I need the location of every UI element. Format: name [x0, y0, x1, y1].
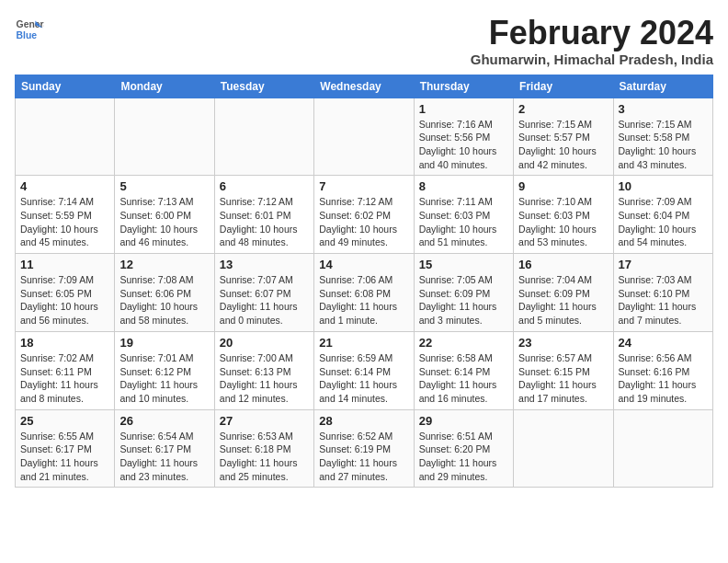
- calendar-cell: 5Sunrise: 7:13 AM Sunset: 6:00 PM Daylig…: [115, 176, 214, 254]
- day-number: 2: [518, 102, 608, 116]
- calendar-table: SundayMondayTuesdayWednesdayThursdayFrid…: [15, 75, 713, 488]
- day-number: 12: [119, 258, 209, 271]
- weekday-header-wednesday: Wednesday: [314, 75, 414, 98]
- day-info: Sunrise: 6:59 AM Sunset: 6:14 PM Dayligh…: [319, 351, 408, 406]
- calendar-cell: 12Sunrise: 7:08 AM Sunset: 6:06 PM Dayli…: [115, 254, 214, 332]
- day-info: Sunrise: 7:00 AM Sunset: 6:13 PM Dayligh…: [220, 351, 309, 406]
- day-info: Sunrise: 7:12 AM Sunset: 6:01 PM Dayligh…: [220, 195, 309, 249]
- day-number: 26: [119, 414, 209, 428]
- day-number: 25: [20, 414, 109, 428]
- day-number: 28: [319, 414, 408, 428]
- title-block: February 2024 Ghumarwin, Himachal Prades…: [471, 15, 713, 67]
- day-info: Sunrise: 7:12 AM Sunset: 6:02 PM Dayligh…: [319, 195, 408, 249]
- calendar-cell: 2Sunrise: 7:15 AM Sunset: 5:57 PM Daylig…: [514, 98, 613, 176]
- calendar-cell: 11Sunrise: 7:09 AM Sunset: 6:05 PM Dayli…: [16, 254, 115, 332]
- day-number: 22: [419, 336, 508, 350]
- day-number: 14: [319, 258, 408, 271]
- day-info: Sunrise: 6:58 AM Sunset: 6:14 PM Dayligh…: [419, 351, 508, 406]
- day-number: 9: [518, 179, 608, 193]
- calendar-cell: 28Sunrise: 6:52 AM Sunset: 6:19 PM Dayli…: [314, 409, 414, 488]
- calendar-cell: 26Sunrise: 6:54 AM Sunset: 6:17 PM Dayli…: [115, 409, 214, 488]
- week-row-5: 25Sunrise: 6:55 AM Sunset: 6:17 PM Dayli…: [16, 409, 713, 488]
- calendar-cell: [613, 409, 712, 488]
- calendar-cell: 9Sunrise: 7:10 AM Sunset: 6:03 PM Daylig…: [514, 176, 613, 254]
- day-info: Sunrise: 6:56 AM Sunset: 6:16 PM Dayligh…: [619, 351, 708, 406]
- day-info: Sunrise: 7:15 AM Sunset: 5:58 PM Dayligh…: [619, 118, 708, 172]
- week-row-2: 4Sunrise: 7:14 AM Sunset: 5:59 PM Daylig…: [16, 176, 713, 254]
- day-info: Sunrise: 6:52 AM Sunset: 6:19 PM Dayligh…: [319, 430, 408, 484]
- calendar-cell: 1Sunrise: 7:16 AM Sunset: 5:56 PM Daylig…: [414, 98, 513, 176]
- calendar-cell: 16Sunrise: 7:04 AM Sunset: 6:09 PM Dayli…: [514, 254, 613, 332]
- weekday-header-saturday: Saturday: [613, 75, 712, 98]
- day-number: 1: [419, 102, 508, 116]
- calendar-cell: 20Sunrise: 7:00 AM Sunset: 6:13 PM Dayli…: [214, 331, 313, 409]
- calendar-cell: [16, 98, 115, 176]
- day-number: 7: [319, 179, 408, 193]
- calendar-cell: 19Sunrise: 7:01 AM Sunset: 6:12 PM Dayli…: [115, 331, 214, 409]
- day-number: 5: [119, 179, 209, 193]
- calendar-cell: 14Sunrise: 7:06 AM Sunset: 6:08 PM Dayli…: [314, 254, 414, 332]
- logo-icon: General Blue: [15, 15, 44, 44]
- day-number: 23: [518, 336, 608, 350]
- day-info: Sunrise: 7:02 AM Sunset: 6:11 PM Dayligh…: [20, 351, 109, 406]
- calendar-cell: 10Sunrise: 7:09 AM Sunset: 6:04 PM Dayli…: [613, 176, 712, 254]
- calendar-cell: 27Sunrise: 6:53 AM Sunset: 6:18 PM Dayli…: [214, 409, 313, 488]
- day-number: 10: [619, 179, 708, 193]
- calendar-cell: 22Sunrise: 6:58 AM Sunset: 6:14 PM Dayli…: [414, 331, 513, 409]
- day-number: 29: [419, 414, 508, 428]
- weekday-header-row: SundayMondayTuesdayWednesdayThursdayFrid…: [16, 75, 713, 98]
- weekday-header-sunday: Sunday: [16, 75, 115, 98]
- day-info: Sunrise: 7:14 AM Sunset: 5:59 PM Dayligh…: [20, 195, 109, 249]
- calendar-cell: [514, 409, 613, 488]
- day-info: Sunrise: 6:55 AM Sunset: 6:17 PM Dayligh…: [20, 430, 109, 484]
- day-number: 13: [220, 258, 309, 271]
- day-info: Sunrise: 7:09 AM Sunset: 6:05 PM Dayligh…: [20, 273, 109, 327]
- day-info: Sunrise: 7:10 AM Sunset: 6:03 PM Dayligh…: [518, 195, 608, 249]
- day-info: Sunrise: 7:09 AM Sunset: 6:04 PM Dayligh…: [619, 195, 708, 249]
- day-info: Sunrise: 6:57 AM Sunset: 6:15 PM Dayligh…: [518, 351, 608, 406]
- day-info: Sunrise: 7:04 AM Sunset: 6:09 PM Dayligh…: [518, 273, 608, 327]
- day-info: Sunrise: 7:07 AM Sunset: 6:07 PM Dayligh…: [220, 273, 309, 327]
- calendar-cell: 17Sunrise: 7:03 AM Sunset: 6:10 PM Dayli…: [613, 254, 712, 332]
- day-number: 27: [220, 414, 309, 428]
- calendar-cell: 23Sunrise: 6:57 AM Sunset: 6:15 PM Dayli…: [514, 331, 613, 409]
- calendar-cell: 3Sunrise: 7:15 AM Sunset: 5:58 PM Daylig…: [613, 98, 712, 176]
- day-number: 24: [619, 336, 708, 350]
- weekday-header-monday: Monday: [115, 75, 214, 98]
- day-number: 8: [419, 179, 508, 193]
- day-number: 16: [518, 258, 608, 271]
- calendar-cell: 7Sunrise: 7:12 AM Sunset: 6:02 PM Daylig…: [314, 176, 414, 254]
- day-number: 4: [20, 179, 109, 193]
- day-number: 11: [20, 258, 109, 271]
- calendar-cell: 29Sunrise: 6:51 AM Sunset: 6:20 PM Dayli…: [414, 409, 513, 488]
- day-number: 19: [119, 336, 209, 350]
- logo: General Blue: [15, 15, 44, 44]
- calendar-cell: [314, 98, 414, 176]
- day-info: Sunrise: 6:53 AM Sunset: 6:18 PM Dayligh…: [220, 430, 309, 484]
- week-row-4: 18Sunrise: 7:02 AM Sunset: 6:11 PM Dayli…: [16, 331, 713, 409]
- week-row-3: 11Sunrise: 7:09 AM Sunset: 6:05 PM Dayli…: [16, 254, 713, 332]
- day-info: Sunrise: 7:01 AM Sunset: 6:12 PM Dayligh…: [119, 351, 209, 406]
- day-info: Sunrise: 7:16 AM Sunset: 5:56 PM Dayligh…: [419, 118, 508, 172]
- month-year-title: February 2024: [471, 15, 713, 52]
- page-header: General Blue February 2024 Ghumarwin, Hi…: [15, 15, 713, 67]
- day-number: 20: [220, 336, 309, 350]
- day-info: Sunrise: 6:51 AM Sunset: 6:20 PM Dayligh…: [419, 430, 508, 484]
- day-info: Sunrise: 7:15 AM Sunset: 5:57 PM Dayligh…: [518, 118, 608, 172]
- calendar-cell: 18Sunrise: 7:02 AM Sunset: 6:11 PM Dayli…: [16, 331, 115, 409]
- day-info: Sunrise: 7:08 AM Sunset: 6:06 PM Dayligh…: [119, 273, 209, 327]
- calendar-cell: [115, 98, 214, 176]
- calendar-cell: 4Sunrise: 7:14 AM Sunset: 5:59 PM Daylig…: [16, 176, 115, 254]
- day-info: Sunrise: 7:06 AM Sunset: 6:08 PM Dayligh…: [319, 273, 408, 327]
- day-info: Sunrise: 7:05 AM Sunset: 6:09 PM Dayligh…: [419, 273, 508, 327]
- day-number: 6: [220, 179, 309, 193]
- calendar-cell: 25Sunrise: 6:55 AM Sunset: 6:17 PM Dayli…: [16, 409, 115, 488]
- location-subtitle: Ghumarwin, Himachal Pradesh, India: [471, 52, 713, 67]
- day-number: 18: [20, 336, 109, 350]
- week-row-1: 1Sunrise: 7:16 AM Sunset: 5:56 PM Daylig…: [16, 98, 713, 176]
- calendar-cell: 13Sunrise: 7:07 AM Sunset: 6:07 PM Dayli…: [214, 254, 313, 332]
- day-info: Sunrise: 7:03 AM Sunset: 6:10 PM Dayligh…: [619, 273, 708, 327]
- calendar-cell: 8Sunrise: 7:11 AM Sunset: 6:03 PM Daylig…: [414, 176, 513, 254]
- weekday-header-tuesday: Tuesday: [214, 75, 313, 98]
- svg-text:General: General: [17, 19, 44, 29]
